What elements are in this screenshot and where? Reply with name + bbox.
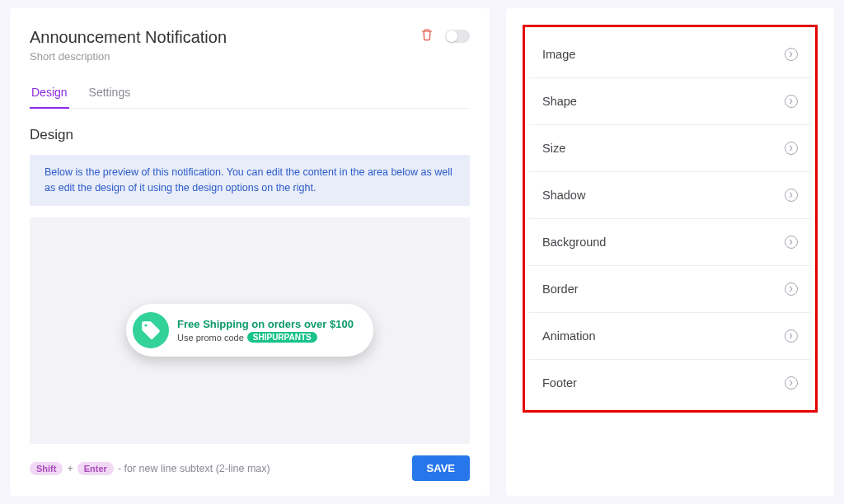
chevron-right-icon — [785, 282, 798, 296]
option-size[interactable]: Size — [529, 125, 811, 172]
notification-subline[interactable]: Use promo code SHIPURPANTS — [177, 332, 354, 343]
section-title: Design — [30, 127, 470, 143]
hint-text: - for new line subtext (2-line max) — [118, 463, 270, 474]
keyboard-hint: Shift + Enter - for new line subtext (2-… — [30, 462, 270, 475]
plus-sign: + — [67, 463, 73, 474]
page-title: Announcement Notification — [30, 28, 227, 47]
bottom-row: Shift + Enter - for new line subtext (2-… — [30, 455, 470, 481]
option-label: Shadow — [542, 189, 585, 202]
option-image[interactable]: Image — [529, 31, 811, 78]
chevron-right-icon — [785, 376, 798, 390]
chevron-right-icon — [785, 189, 798, 202]
option-shape[interactable]: Shape — [529, 78, 811, 125]
subline-prefix: Use promo code — [177, 333, 244, 343]
option-shadow[interactable]: Shadow — [529, 172, 811, 219]
tabs: Design Settings — [30, 86, 470, 109]
option-label: Border — [542, 282, 579, 296]
notification-headline[interactable]: Free Shipping on orders over $100 — [177, 318, 354, 330]
option-label: Image — [542, 48, 575, 61]
options-list: Image Shape Size Shadow Background Borde… — [523, 25, 818, 413]
tag-icon — [133, 312, 169, 348]
option-border[interactable]: Border — [529, 266, 811, 313]
save-button[interactable]: SAVE — [412, 455, 470, 481]
tab-settings[interactable]: Settings — [87, 86, 133, 108]
info-box: Below is the preview of this notificatio… — [30, 155, 470, 206]
option-background[interactable]: Background — [529, 219, 811, 266]
notification-text: Free Shipping on orders over $100 Use pr… — [177, 318, 354, 343]
trash-icon[interactable] — [420, 28, 434, 44]
chevron-right-icon — [785, 236, 798, 249]
header-row: Announcement Notification Short descript… — [30, 28, 470, 63]
option-label: Animation — [542, 329, 595, 343]
title-block: Announcement Notification Short descript… — [30, 28, 227, 63]
editor-panel: Announcement Notification Short descript… — [10, 8, 490, 496]
header-actions — [420, 28, 470, 44]
notification-preview[interactable]: Free Shipping on orders over $100 Use pr… — [126, 304, 373, 357]
option-label: Shape — [542, 95, 577, 108]
chevron-right-icon — [785, 48, 798, 61]
enable-toggle[interactable] — [445, 30, 470, 43]
option-label: Footer — [542, 376, 577, 390]
key-enter: Enter — [77, 462, 114, 475]
option-label: Size — [542, 142, 565, 155]
option-animation[interactable]: Animation — [529, 313, 811, 360]
promo-code-chip: SHIPURPANTS — [247, 332, 317, 343]
tab-design[interactable]: Design — [30, 86, 69, 109]
chevron-right-icon — [785, 329, 798, 343]
chevron-right-icon — [785, 95, 798, 108]
option-label: Background — [542, 236, 606, 249]
option-footer[interactable]: Footer — [529, 360, 811, 406]
design-options-panel: Image Shape Size Shadow Background Borde… — [506, 8, 834, 496]
page-subtitle: Short description — [30, 50, 227, 63]
preview-area[interactable]: Free Shipping on orders over $100 Use pr… — [30, 217, 470, 445]
key-shift: Shift — [30, 462, 63, 475]
chevron-right-icon — [785, 142, 798, 155]
